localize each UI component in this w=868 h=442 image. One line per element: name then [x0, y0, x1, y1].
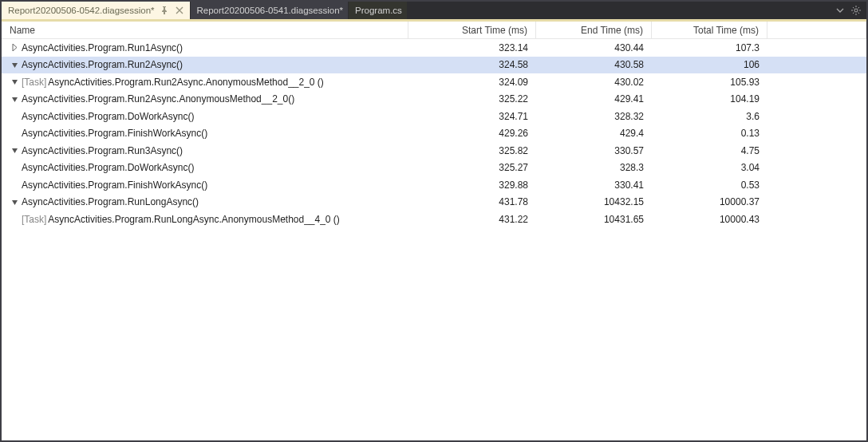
cell-start: 325.82: [408, 142, 536, 160]
table-row[interactable]: AsyncActivities.Program.Run2Async()324.5…: [2, 57, 866, 74]
cell-total: 106: [652, 57, 767, 74]
table-row[interactable]: AsyncActivities.Program.DoWorkAsync()324…: [2, 108, 866, 125]
cell-total: 3.6: [652, 108, 767, 125]
cell-pad: [767, 211, 866, 228]
cell-start: 324.09: [408, 73, 536, 91]
row-name: AsyncActivities.Program.Run3Async(): [22, 145, 183, 156]
cell-start: 323.14: [408, 39, 536, 57]
cell-name: AsyncActivities.Program.FinishWorkAsync(…: [2, 176, 408, 194]
pin-icon[interactable]: [159, 5, 170, 16]
cell-total: 10000.37: [652, 194, 767, 211]
expander-spacer: [10, 128, 19, 138]
gear-icon[interactable]: [850, 5, 862, 16]
column-header-end[interactable]: End Time (ms): [536, 22, 652, 38]
cell-end: 429.4: [536, 125, 652, 143]
close-icon[interactable]: [174, 5, 185, 16]
row-name: AsyncActivities.Program.FinishWorkAsync(…: [22, 180, 207, 191]
table-row[interactable]: AsyncActivities.Program.FinishWorkAsync(…: [2, 125, 866, 143]
cell-start: 324.71: [408, 108, 536, 125]
column-header-start[interactable]: Start Time (ms): [408, 22, 536, 38]
table-row[interactable]: AsyncActivities.Program.FinishWorkAsync(…: [2, 176, 866, 194]
tabstrip-actions: [834, 2, 866, 19]
cell-end: 330.57: [536, 142, 652, 160]
row-name: AsyncActivities.Program.RunLongAsync.Ano…: [48, 214, 340, 225]
cell-end: 430.44: [536, 39, 652, 57]
cell-end: 429.41: [536, 91, 652, 109]
cell-start: 325.27: [408, 160, 536, 177]
svg-point-0: [854, 9, 858, 12]
tab-program-cs[interactable]: Program.cs: [349, 2, 408, 19]
chevron-down-icon[interactable]: [10, 60, 19, 69]
expander-spacer: [10, 180, 19, 190]
cell-total: 107.3: [652, 39, 767, 57]
table-row[interactable]: AsyncActivities.Program.Run1Async()323.1…: [2, 39, 866, 57]
cell-total: 4.75: [652, 142, 767, 160]
row-name: AsyncActivities.Program.FinishWorkAsync(…: [22, 128, 207, 139]
row-name: AsyncActivities.Program.DoWorkAsync(): [22, 111, 195, 122]
chevron-down-icon[interactable]: [10, 146, 19, 156]
chevron-down-icon[interactable]: [10, 94, 19, 104]
cell-end: 430.58: [536, 57, 652, 74]
cell-end: 430.02: [536, 73, 652, 91]
row-name: AsyncActivities.Program.DoWorkAsync(): [22, 162, 195, 173]
cell-total: 0.53: [652, 176, 767, 194]
cell-name: AsyncActivities.Program.DoWorkAsync(): [2, 160, 408, 177]
column-header-name[interactable]: Name: [2, 22, 408, 38]
cell-pad: [767, 39, 866, 57]
cell-name: AsyncActivities.Program.Run3Async(): [2, 142, 408, 160]
row-name: AsyncActivities.Program.Run1Async(): [22, 42, 183, 53]
cell-total: 3.04: [652, 160, 767, 177]
cell-pad: [767, 142, 866, 160]
task-prefix: [Task]: [22, 214, 46, 225]
cell-pad: [767, 176, 866, 194]
cell-name: AsyncActivities.Program.DoWorkAsync(): [2, 108, 408, 125]
cell-start: 431.22: [408, 211, 536, 228]
chevron-right-icon[interactable]: [10, 43, 19, 53]
cell-end: 328.3: [536, 160, 652, 177]
task-prefix: [Task]: [22, 77, 46, 88]
tab-label: Report20200506-0542.diagsession*: [8, 6, 155, 15]
cell-pad: [767, 73, 866, 91]
grid-body: AsyncActivities.Program.Run1Async()323.1…: [2, 39, 866, 228]
expander-spacer: [10, 112, 19, 121]
tab-report-0541[interactable]: Report20200506-0541.diagsession*: [191, 2, 349, 19]
cell-total: 104.19: [652, 91, 767, 109]
cell-end: 328.32: [536, 108, 652, 125]
chevron-down-icon[interactable]: [834, 5, 846, 16]
chevron-down-icon[interactable]: [10, 77, 19, 87]
tab-strip: Report20200506-0542.diagsession* Report2…: [2, 2, 866, 19]
cell-end: 10432.15: [536, 194, 652, 211]
row-name: AsyncActivities.Program.Run2Async(): [22, 59, 183, 70]
row-name: AsyncActivities.Program.RunLongAsync(): [22, 196, 199, 207]
table-row[interactable]: [Task] AsyncActivities.Program.RunLongAs…: [2, 211, 866, 228]
cell-total: 105.93: [652, 73, 767, 91]
cell-pad: [767, 108, 866, 125]
cell-name: AsyncActivities.Program.Run2Async(): [2, 57, 408, 74]
cell-pad: [767, 57, 866, 74]
cell-pad: [767, 194, 866, 211]
cell-start: 325.22: [408, 91, 536, 109]
cell-start: 429.26: [408, 125, 536, 143]
cell-total: 0.13: [652, 125, 767, 143]
cell-end: 10431.65: [536, 211, 652, 228]
column-header-pad: [767, 22, 866, 38]
table-row[interactable]: AsyncActivities.Program.RunLongAsync()43…: [2, 194, 866, 211]
expander-spacer: [10, 215, 19, 224]
table-row[interactable]: [Task] AsyncActivities.Program.Run2Async…: [2, 73, 866, 91]
column-header-total[interactable]: Total Time (ms): [652, 22, 767, 38]
cell-end: 330.41: [536, 176, 652, 194]
expander-spacer: [10, 163, 19, 172]
tab-label: Report20200506-0541.diagsession*: [197, 6, 344, 15]
cell-name: [Task] AsyncActivities.Program.RunLongAs…: [2, 211, 408, 228]
cell-pad: [767, 125, 866, 143]
tab-report-0542[interactable]: Report20200506-0542.diagsession*: [2, 2, 191, 19]
cell-pad: [767, 160, 866, 177]
table-row[interactable]: AsyncActivities.Program.DoWorkAsync()325…: [2, 160, 866, 177]
cell-start: 431.78: [408, 194, 536, 211]
tab-label: Program.cs: [355, 6, 402, 15]
cell-name: AsyncActivities.Program.Run2Async.Anonym…: [2, 91, 408, 109]
table-row[interactable]: AsyncActivities.Program.Run2Async.Anonym…: [2, 91, 866, 109]
results-grid: Name Start Time (ms) End Time (ms) Total…: [2, 22, 866, 440]
table-row[interactable]: AsyncActivities.Program.Run3Async()325.8…: [2, 142, 866, 160]
chevron-down-icon[interactable]: [10, 197, 19, 207]
